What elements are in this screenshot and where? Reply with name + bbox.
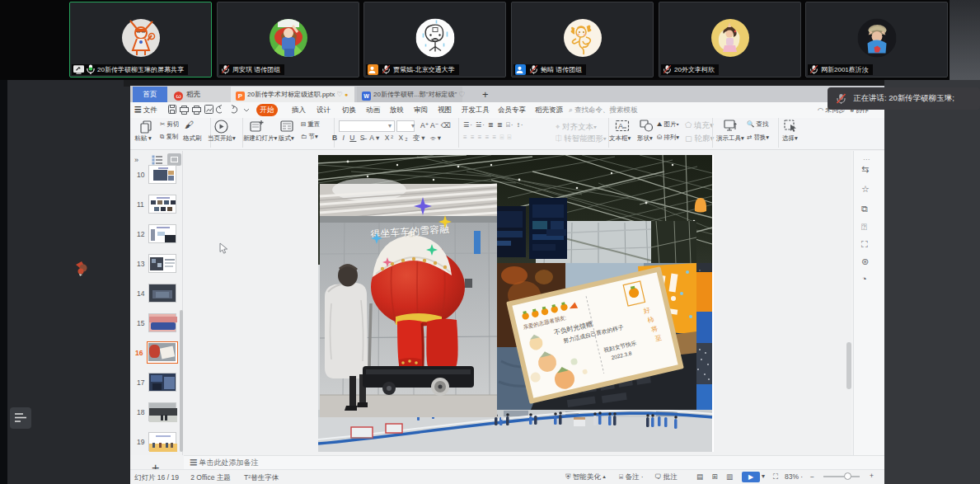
svg-text:A: A — [618, 122, 623, 130]
